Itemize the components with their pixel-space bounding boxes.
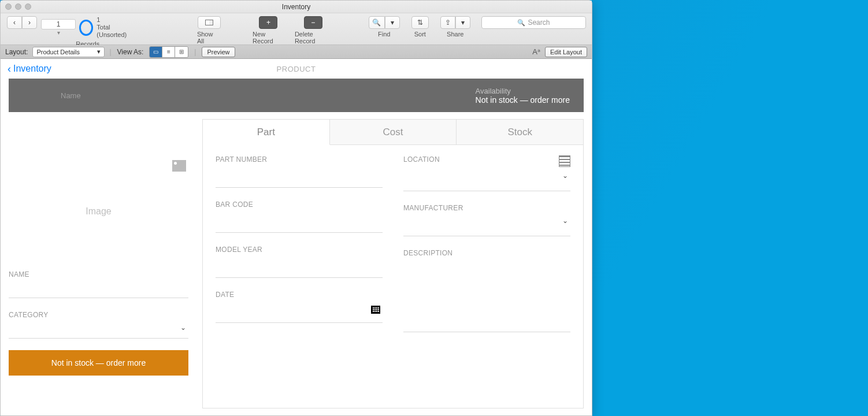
- share-menu-button[interactable]: ▾: [455, 16, 470, 29]
- share-button[interactable]: ⇪: [440, 16, 455, 29]
- picture-icon: [172, 160, 186, 172]
- new-record-button[interactable]: +: [259, 16, 277, 29]
- search-icon: 🔍: [517, 19, 525, 27]
- tab-cost[interactable]: Cost: [330, 120, 457, 145]
- search-icon: 🔍: [372, 18, 381, 27]
- manufacturer-field[interactable]: ⌄: [403, 212, 570, 236]
- list-icon[interactable]: [559, 155, 570, 167]
- content-area: ‹ Inventory PRODUCT Name Availability No…: [1, 59, 592, 415]
- banner-name-label: Name: [61, 91, 476, 100]
- chevron-down-icon: ▾: [97, 48, 101, 55]
- date-label: DATE: [216, 291, 383, 299]
- search-input[interactable]: 🔍 Search: [481, 16, 586, 29]
- edit-layout-button[interactable]: Edit Layout: [545, 47, 587, 57]
- calendar-icon[interactable]: [371, 306, 380, 314]
- model-year-field[interactable]: [216, 254, 383, 278]
- viewas-table[interactable]: ⊞: [175, 47, 188, 57]
- find-label: Find: [378, 31, 390, 38]
- left-column: Image NAME CATEGORY ⌄ Not in stock — ord…: [9, 119, 202, 408]
- sort-button[interactable]: ⇅: [411, 16, 429, 29]
- cards-icon: [205, 20, 213, 25]
- location-label: LOCATION: [403, 155, 559, 164]
- date-field[interactable]: [216, 299, 383, 323]
- breadcrumb: ‹ Inventory PRODUCT: [1, 59, 592, 79]
- chevron-down-icon: ⌄: [180, 324, 186, 332]
- find-button[interactable]: 🔍: [369, 16, 385, 29]
- record-pie-icon: [79, 20, 93, 36]
- chevron-down-icon: ⌄: [562, 172, 568, 180]
- bar-code-label: BAR CODE: [216, 200, 383, 209]
- text-formatting-icon[interactable]: Aᵃ: [532, 47, 540, 56]
- viewas-form[interactable]: ▭: [150, 47, 162, 57]
- record-index-field[interactable]: 1: [41, 19, 76, 29]
- tab-stock[interactable]: Stock: [457, 120, 583, 145]
- new-record-label: New Record: [253, 31, 284, 44]
- app-window: Inventory ‹ › 1 ▾ 1 To: [0, 0, 592, 416]
- image-placeholder: Image: [86, 206, 111, 217]
- model-year-label: MODEL YEAR: [216, 246, 383, 254]
- layout-label: Layout:: [5, 48, 28, 56]
- page-heading: PRODUCT: [1, 65, 592, 73]
- sort-label: Sort: [414, 31, 426, 38]
- part-number-field[interactable]: [216, 164, 383, 188]
- record-banner: Name Availability Not in stock — order m…: [9, 79, 584, 112]
- sort-icon: ⇅: [417, 18, 423, 27]
- category-field[interactable]: ⌄: [9, 319, 188, 339]
- banner-availability-value: Not in stock — order more: [476, 95, 570, 105]
- record-sort-state: Total (Unsorted): [97, 24, 134, 39]
- record-total: 1: [97, 16, 134, 24]
- window-title: Inventory: [1, 3, 592, 11]
- manufacturer-label: MANUFACTURER: [403, 204, 570, 212]
- next-record-button[interactable]: ›: [22, 16, 37, 29]
- share-label: Share: [447, 31, 463, 38]
- layout-value: Product Details: [36, 49, 80, 55]
- viewas-list[interactable]: ≡: [162, 47, 175, 57]
- search-placeholder: Search: [528, 18, 550, 27]
- show-all-button[interactable]: [198, 16, 221, 29]
- find-menu-button[interactable]: ▾: [385, 16, 400, 29]
- delete-record-label: Delete Record: [295, 31, 332, 44]
- preview-button[interactable]: Preview: [202, 47, 235, 57]
- layout-dropdown[interactable]: Product Details ▾: [32, 47, 105, 57]
- location-field[interactable]: ⌄: [403, 167, 570, 191]
- category-field-label: CATEGORY: [9, 311, 188, 319]
- delete-record-button[interactable]: −: [304, 16, 322, 29]
- description-field[interactable]: [403, 257, 570, 332]
- main-toolbar: ‹ › 1 ▾ 1 Total (Unsorted) Records: [1, 13, 592, 45]
- share-icon: ⇪: [445, 18, 451, 27]
- banner-availability-label: Availability: [476, 87, 570, 95]
- description-label: DESCRIPTION: [403, 249, 570, 257]
- tab-part[interactable]: Part: [203, 120, 330, 145]
- stock-status-button[interactable]: Not in stock — order more: [9, 350, 188, 376]
- layout-bar: Layout: Product Details ▾ | View As: ▭ ≡…: [1, 45, 592, 59]
- name-field[interactable]: [9, 278, 188, 298]
- chevron-down-icon: ⌄: [562, 217, 568, 225]
- show-all-label: Show All: [197, 31, 221, 44]
- detail-panel: Part Cost Stock PART NUMBER BAR CODE MOD…: [202, 119, 584, 408]
- viewas-label: View As:: [117, 48, 144, 56]
- image-dropzone[interactable]: Image: [9, 119, 188, 258]
- titlebar: Inventory: [1, 1, 592, 13]
- bar-code-field[interactable]: [216, 209, 383, 233]
- name-field-label: NAME: [9, 270, 188, 278]
- part-number-label: PART NUMBER: [216, 155, 383, 164]
- prev-record-button[interactable]: ‹: [7, 16, 22, 29]
